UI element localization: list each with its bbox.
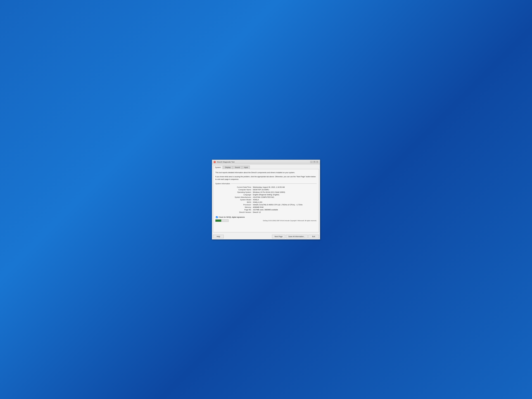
save-all-button[interactable]: Save All Information... (286, 235, 308, 238)
info-label: Operating System: (218, 191, 252, 193)
progress-bar-fill (215, 220, 221, 222)
table-row: Processor:Intel(R) Core(TM) i3-4005U CPU… (218, 203, 319, 206)
description-2: If you know what area is causing the pro… (215, 175, 317, 181)
info-value: X540LA.203 (252, 201, 319, 203)
info-label: Computer Name: (218, 188, 252, 191)
minimize-button[interactable]: — (310, 161, 313, 163)
tab-system[interactable]: System (213, 166, 223, 169)
table-row: Memory:4096MB RAM (218, 206, 319, 209)
info-label: System Manufacturer: (218, 196, 252, 198)
tab-display[interactable]: Display (223, 166, 233, 169)
tab-bar: System Display Sound Input (213, 165, 319, 169)
info-label: System Model: (218, 198, 252, 201)
whql-checkbox-row: Check for WHQL digital signatures (216, 216, 317, 218)
table-row: BIOS:X540LA.203 (218, 201, 319, 203)
window-title: DirectX Diagnostic Tool (217, 161, 234, 163)
tab-input[interactable]: Input (242, 166, 250, 169)
table-row: Computer Name:DESKTOP-JLVU6RU (218, 188, 319, 191)
title-bar: ✕ DirectX Diagnostic Tool — ❐ ✕ (212, 160, 320, 165)
description-1: This tool reports detailed information a… (215, 171, 317, 174)
next-page-button[interactable]: Next Page (272, 235, 285, 238)
info-value: DESKTOP-JLVU6RU (252, 188, 319, 191)
info-value: DirectX 12 (252, 211, 319, 214)
tab-sound[interactable]: Sound (233, 166, 242, 169)
info-label: DirectX Version: (218, 211, 252, 214)
info-label: Language: (218, 193, 252, 196)
info-value: X540LA (252, 198, 319, 201)
info-value: Wednesday, August 30, 2023, 1:16:55 AM (252, 186, 319, 188)
bottom-bar: DxDiag 10.00.18362.0387 64-bit Unicode C… (215, 219, 317, 222)
info-value: Windows 10 Pro 64-bit (10.0, Build 18363… (252, 191, 319, 193)
whql-label: Check for WHQL digital signatures (219, 216, 245, 218)
copyright-text: DxDiag 10.00.18362.0387 64-bit Unicode C… (230, 220, 317, 222)
system-info-table: Current Date/Time:Wednesday, August 30, … (218, 186, 319, 214)
title-bar-left: ✕ DirectX Diagnostic Tool (214, 161, 234, 163)
right-buttons: Next Page Save All Information... Exit (272, 235, 319, 238)
progress-bar-container (215, 219, 228, 222)
info-value: Intel(R) Core(TM) i3-4005U CPU @ 1.70GHz… (252, 203, 319, 206)
info-label: Memory: (218, 206, 252, 209)
info-label: Page file: (218, 209, 252, 211)
section-header: System Information (215, 183, 317, 185)
table-row: System Manufacturer:ASUSTeK COMPUTER INC… (218, 196, 319, 198)
table-row: DirectX Version:DirectX 12 (218, 211, 319, 214)
app-icon: ✕ (214, 161, 216, 163)
info-label: Processor: (218, 203, 252, 206)
table-row: System Model:X540LA (218, 198, 319, 201)
info-value: 1527MB used, 3880MB available (252, 209, 319, 211)
info-value: ASUSTeK COMPUTER INC. (252, 196, 319, 198)
title-controls: — ❐ ✕ (310, 161, 318, 163)
action-buttons: Help Next Page Save All Information... E… (213, 234, 319, 238)
info-label: Current Date/Time: (218, 186, 252, 188)
close-button[interactable]: ✕ (316, 161, 318, 163)
exit-button[interactable]: Exit (308, 235, 319, 238)
table-row: Current Date/Time:Wednesday, August 30, … (218, 186, 319, 188)
restore-button[interactable]: ❐ (313, 161, 316, 163)
directx-diagnostic-window: ✕ DirectX Diagnostic Tool — ❐ ✕ System D… (212, 160, 320, 240)
whql-checkbox[interactable] (216, 216, 218, 218)
content-area: This tool reports detailed information a… (213, 169, 319, 232)
info-value: 4096MB RAM (252, 206, 319, 209)
info-label: BIOS: (218, 201, 252, 203)
info-value: English (Regional Setting: English) (252, 193, 319, 196)
table-row: Page file:1527MB used, 3880MB available (218, 209, 319, 211)
help-button[interactable]: Help (213, 235, 224, 238)
table-row: Operating System:Windows 10 Pro 64-bit (… (218, 191, 319, 193)
table-row: Language:English (Regional Setting: Engl… (218, 193, 319, 196)
window-body: System Display Sound Input This tool rep… (212, 165, 320, 239)
